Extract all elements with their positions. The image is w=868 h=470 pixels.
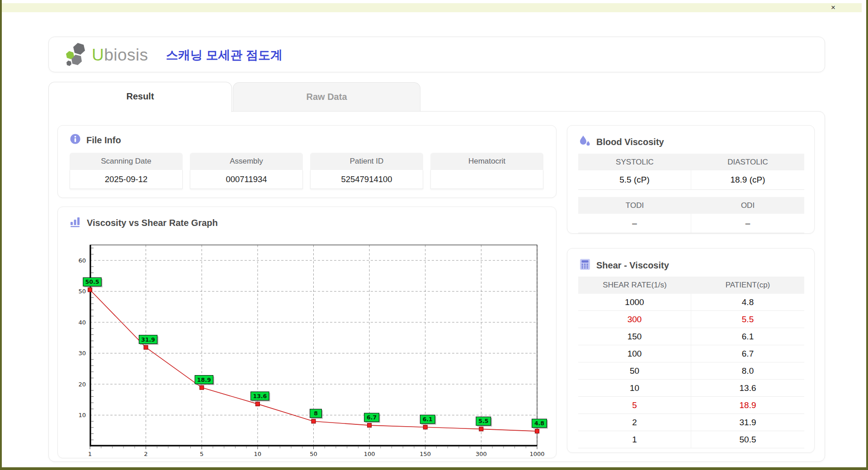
svg-text:18.9: 18.9 — [197, 376, 211, 383]
shear-rate-cell: 1000 — [578, 294, 691, 310]
file-info-field-value: 000711934 — [190, 170, 303, 189]
bv-header-cell: TODI — [578, 197, 691, 214]
svg-text:13.6: 13.6 — [253, 393, 267, 400]
svg-text:6.7: 6.7 — [367, 414, 377, 421]
shear-viscosity-card: Shear - Viscosity SHEAR RATE(1/s)PATIENT… — [567, 248, 815, 453]
bv-header-cell: DIASTOLIC — [691, 154, 804, 170]
bv-value-cell: 5.5 (cP) — [578, 170, 691, 190]
bv-value-cell: – — [578, 214, 691, 233]
file-info-field-label: Assembly — [190, 153, 303, 170]
svg-text:10: 10 — [254, 451, 262, 457]
patient-value-cell: 50.5 — [691, 431, 804, 448]
bv-value-row: –– — [578, 214, 804, 233]
shear-rate-cell: 2 — [578, 414, 691, 431]
shear-column-header: SHEAR RATE(1/s) — [578, 277, 691, 294]
app-title-korean: 스캐닝 모세관 점도계 — [166, 37, 283, 73]
header-card: Ubiosis 스캐닝 모세관 점도계 — [48, 37, 825, 72]
bar-chart-icon — [70, 216, 81, 230]
shear-rate-cell: 1 — [578, 431, 691, 448]
bv-header-cell: SYSTOLIC — [578, 154, 691, 170]
svg-text:5: 5 — [200, 451, 203, 457]
info-icon — [70, 133, 81, 147]
blood-viscosity-table: SYSTOLICDIASTOLIC5.5 (cP)18.9 (cP) — [578, 154, 804, 190]
svg-text:300: 300 — [476, 451, 487, 457]
shear-rate-cell: 100 — [578, 345, 691, 362]
svg-text:150: 150 — [420, 451, 431, 457]
shear-viscosity-table: SHEAR RATE(1/s)PATIENT(cp)10004.83005.51… — [578, 277, 804, 448]
file-info-field: Hematocrit — [430, 153, 543, 189]
shear-rate-cell: 50 — [578, 362, 691, 379]
shear-table-header: SHEAR RATE(1/s)PATIENT(cp) — [578, 277, 804, 294]
file-info-title: File Info — [86, 135, 121, 146]
shear-column-header: PATIENT(cp) — [691, 277, 804, 294]
patient-value-cell: 18.9 — [691, 397, 804, 414]
file-info-field: Scanning Date2025-09-12 — [70, 153, 183, 189]
svg-text:31.9: 31.9 — [141, 336, 155, 343]
shear-rate-cell: 150 — [578, 328, 691, 345]
svg-text:6.1: 6.1 — [423, 416, 433, 423]
svg-text:50: 50 — [310, 451, 317, 457]
table-row: 1013.6 — [578, 380, 804, 397]
file-info-field: Patient ID52547914100 — [310, 153, 423, 189]
svg-text:1: 1 — [88, 451, 92, 457]
table-row: 1506.1 — [578, 328, 804, 345]
bv-header-cell: ODI — [691, 197, 804, 214]
bv-header-row: SYSTOLICDIASTOLIC — [578, 154, 804, 170]
result-panel: File Info Scanning Date2025-09-12Assembl… — [48, 111, 825, 462]
patient-value-cell: 13.6 — [691, 380, 804, 396]
svg-text:30: 30 — [78, 350, 86, 357]
table-row: 508.0 — [578, 362, 804, 380]
patient-value-cell: 5.5 — [691, 311, 804, 328]
bv-value-row: 5.5 (cP)18.9 (cP) — [578, 170, 804, 190]
file-info-field-label: Scanning Date — [70, 153, 183, 170]
table-row: 150.5 — [578, 431, 804, 448]
calculator-icon — [579, 258, 591, 273]
table-row: 3005.5 — [578, 311, 804, 328]
patient-value-cell: 6.1 — [691, 328, 804, 345]
file-info-field-label: Patient ID — [310, 153, 423, 170]
file-info-field: Assembly000711934 — [190, 153, 303, 189]
viscosity-graph-card: Viscosity vs Shear Rate Graph 1020304050… — [57, 207, 557, 458]
app-window: × Ubiosis 스캐닝 모세관 점도계 Result Raw Data — [0, 0, 868, 470]
patient-value-cell: 4.8 — [691, 294, 804, 310]
table-row: 231.9 — [578, 414, 804, 431]
svg-text:50: 50 — [78, 288, 86, 295]
tab-raw-data[interactable]: Raw Data — [233, 82, 420, 111]
ubiosis-logo: Ubiosis — [66, 42, 148, 67]
graph-title: Viscosity vs Shear Rate Graph — [87, 218, 218, 228]
svg-text:5.5: 5.5 — [478, 418, 488, 424]
svg-text:4.8: 4.8 — [534, 420, 544, 427]
svg-text:100: 100 — [364, 451, 375, 457]
patient-value-cell: 31.9 — [691, 414, 804, 431]
hexagon-logo-icon — [66, 42, 89, 68]
table-row: 1006.7 — [578, 345, 804, 362]
table-row: 518.9 — [578, 397, 804, 414]
shear-rate-cell: 10 — [578, 380, 691, 396]
blood-viscosity-card: Blood Viscosity SYSTOLICDIASTOLIC5.5 (cP… — [567, 125, 815, 234]
tab-result[interactable]: Result — [48, 82, 232, 112]
bv-header-row: TODIODI — [578, 197, 804, 214]
file-info-field-value — [430, 170, 543, 189]
viscosity-chart: 1020304050601251050100150300100050.531.9… — [58, 235, 557, 459]
bv-value-cell: – — [691, 214, 804, 233]
svg-text:20: 20 — [78, 381, 86, 388]
shear-rate-cell: 300 — [578, 311, 691, 328]
blood-viscosity-table: TODIODI–– — [578, 197, 804, 233]
close-icon[interactable]: × — [828, 3, 838, 12]
shear-rate-cell: 5 — [578, 397, 691, 414]
svg-text:40: 40 — [78, 319, 86, 326]
svg-text:2: 2 — [144, 451, 147, 457]
file-info-field-value: 52547914100 — [310, 170, 423, 189]
file-info-field-value: 2025-09-12 — [70, 170, 183, 189]
file-info-card: File Info Scanning Date2025-09-12Assembl… — [57, 125, 557, 198]
blood-viscosity-title: Blood Viscosity — [596, 137, 664, 147]
svg-text:10: 10 — [78, 412, 86, 418]
file-info-fields: Scanning Date2025-09-12Assembly000711934… — [70, 153, 543, 189]
svg-text:8: 8 — [314, 410, 318, 417]
blood-drops-icon — [579, 135, 591, 150]
svg-text:60: 60 — [78, 257, 86, 264]
table-row: 10004.8 — [578, 294, 804, 311]
logo-wordmark: Ubiosis — [92, 46, 148, 65]
svg-text:50.5: 50.5 — [85, 278, 99, 285]
patient-value-cell: 8.0 — [691, 362, 804, 379]
